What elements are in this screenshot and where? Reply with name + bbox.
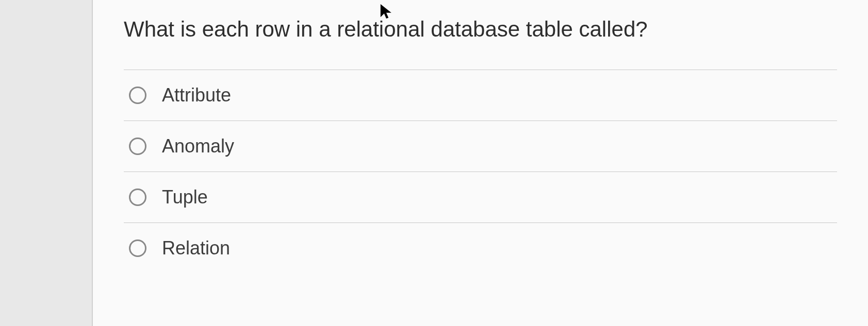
option-row-anomaly[interactable]: Anomaly: [124, 121, 837, 171]
radio-icon: [129, 188, 146, 206]
radio-icon: [129, 87, 146, 104]
option-label: Attribute: [162, 84, 231, 106]
option-row-relation[interactable]: Relation: [124, 222, 837, 273]
sidebar-edge: [0, 0, 93, 326]
option-row-tuple[interactable]: Tuple: [124, 171, 837, 222]
radio-icon: [129, 239, 146, 257]
radio-icon: [129, 138, 146, 155]
question-container: What is each row in a relational databas…: [93, 0, 868, 326]
question-prompt: What is each row in a relational databas…: [124, 15, 837, 44]
cursor-icon: [379, 3, 394, 20]
option-row-attribute[interactable]: Attribute: [124, 70, 837, 121]
option-label: Tuple: [162, 186, 208, 208]
option-label: Relation: [162, 237, 230, 259]
option-label: Anomaly: [162, 135, 234, 157]
